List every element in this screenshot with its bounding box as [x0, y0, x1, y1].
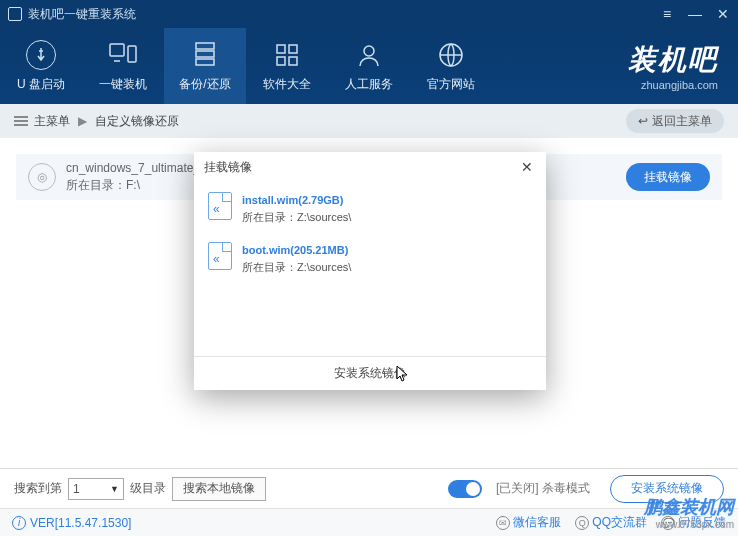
file-name: cn_windows_7_ultimate_v: [66, 160, 206, 177]
image-option-install[interactable]: « install.wim(2.79GB) 所在目录：Z:\sources\: [204, 186, 536, 236]
modal-body: « install.wim(2.79GB) 所在目录：Z:\sources\ «…: [194, 182, 546, 356]
link-label: 微信客服: [513, 514, 561, 531]
nav-software[interactable]: 软件大全: [246, 28, 328, 104]
breadcrumb-current: 自定义镜像还原: [95, 113, 179, 130]
search-suffix: 级目录: [130, 480, 166, 497]
watermark-url: www.0753px.com: [644, 519, 734, 530]
qq-icon: Q: [575, 516, 589, 530]
minimize-button[interactable]: —: [688, 6, 702, 22]
back-main-label: 返回主菜单: [652, 113, 712, 130]
brand-cn: 装机吧: [628, 41, 718, 79]
svg-rect-4: [196, 59, 214, 65]
nav-label: 官方网站: [427, 76, 475, 93]
version-text[interactable]: VER[11.5.47.1530]: [30, 516, 131, 530]
mount-image-modal: 挂载镜像 ✕ « install.wim(2.79GB) 所在目录：Z:\sou…: [194, 152, 546, 390]
modal-header: 挂载镜像 ✕: [194, 152, 546, 182]
nav-label: 人工服务: [345, 76, 393, 93]
close-button[interactable]: ✕: [716, 6, 730, 22]
nav-website[interactable]: 官方网站: [410, 28, 492, 104]
watermark: 鹏鑫装机网 www.0753px.com: [644, 495, 734, 530]
svg-point-9: [364, 46, 374, 56]
modal-install-button[interactable]: 安装系统镜像: [194, 356, 546, 390]
search-local-label: 搜索本地镜像: [183, 480, 255, 497]
brand: 装机吧 zhuangjiba.com: [628, 28, 738, 104]
svg-rect-5: [277, 45, 285, 53]
svg-rect-6: [289, 45, 297, 53]
svg-rect-2: [196, 43, 214, 49]
globe-icon: [436, 40, 466, 70]
grid-icon: [272, 40, 302, 70]
titlebar: 装机吧一键重装系统 ≡ — ✕: [0, 0, 738, 28]
nav-one-click[interactable]: 一键装机: [82, 28, 164, 104]
image-path: 所在目录：Z:\sources\: [242, 261, 351, 273]
image-path: 所在目录：Z:\sources\: [242, 211, 351, 223]
disc-icon: ◎: [28, 163, 56, 191]
window-title: 装机吧一键重装系统: [28, 6, 136, 23]
nav-label: 备份/还原: [179, 76, 230, 93]
nav-label: 一键装机: [99, 76, 147, 93]
nav-usb-boot[interactable]: U 盘启动: [0, 28, 82, 104]
chevron-down-icon: ▼: [110, 484, 119, 494]
watermark-text: 鹏鑫装机网: [644, 497, 734, 517]
nav-label: 软件大全: [263, 76, 311, 93]
link-label: QQ交流群: [592, 514, 647, 531]
info-icon: i: [12, 516, 26, 530]
back-arrow-icon: ↩: [638, 114, 648, 128]
svg-rect-8: [289, 57, 297, 65]
search-prefix: 搜索到第: [14, 480, 62, 497]
mount-image-button[interactable]: 挂载镜像: [626, 163, 710, 191]
server-icon: [190, 40, 220, 70]
image-option-boot[interactable]: « boot.wim(205.21MB) 所在目录：Z:\sources\: [204, 236, 536, 286]
bottom-toolbar: 搜索到第 1 ▼ 级目录 搜索本地镜像 [已关闭] 杀毒模式 安装系统镜像: [0, 468, 738, 508]
qq-group-link[interactable]: Q QQ交流群: [575, 514, 647, 531]
svg-rect-1: [128, 46, 136, 62]
nav-backup-restore[interactable]: 备份/还原: [164, 28, 246, 104]
level-combo[interactable]: 1 ▼: [68, 478, 124, 500]
modal-install-label: 安装系统镜像: [334, 365, 406, 382]
header-nav: U 盘启动 一键装机 备份/还原 软件大全 人工服务 官方网站 装机吧 zhua…: [0, 28, 738, 104]
nav-label: U 盘启动: [17, 76, 65, 93]
headset-icon: [354, 40, 384, 70]
nav-support[interactable]: 人工服务: [328, 28, 410, 104]
monitor-icon: [108, 40, 138, 70]
combo-value: 1: [73, 482, 80, 496]
chevron-right-icon: ▶: [78, 114, 87, 128]
breadcrumb: 主菜单 ▶ 自定义镜像还原 ↩ 返回主菜单: [0, 104, 738, 138]
image-name: install.wim(2.79GB): [242, 194, 343, 206]
app-icon: [8, 7, 22, 21]
file-path: 所在目录：F:\: [66, 177, 206, 194]
svg-rect-3: [196, 51, 214, 57]
svg-rect-0: [110, 44, 124, 56]
image-name: boot.wim(205.21MB): [242, 244, 348, 256]
wim-file-icon: «: [208, 242, 232, 270]
antivirus-label: [已关闭] 杀毒模式: [496, 480, 590, 497]
usb-icon: [26, 40, 56, 70]
brand-url: zhuangjiba.com: [641, 79, 718, 91]
mount-image-label: 挂载镜像: [644, 169, 692, 186]
wechat-icon: ✉: [496, 516, 510, 530]
status-bar: i VER[11.5.47.1530] ✉ 微信客服 Q QQ交流群 💬 问题反…: [0, 508, 738, 536]
breadcrumb-root[interactable]: 主菜单: [34, 113, 70, 130]
back-main-button[interactable]: ↩ 返回主菜单: [626, 109, 724, 133]
list-icon: [14, 116, 28, 126]
wechat-support-link[interactable]: ✉ 微信客服: [496, 514, 561, 531]
svg-rect-7: [277, 57, 285, 65]
antivirus-toggle[interactable]: [448, 480, 482, 498]
modal-title: 挂载镜像: [204, 159, 252, 176]
wim-file-icon: «: [208, 192, 232, 220]
modal-close-button[interactable]: ✕: [518, 158, 536, 176]
search-local-button[interactable]: 搜索本地镜像: [172, 477, 266, 501]
menu-button[interactable]: ≡: [660, 6, 674, 22]
